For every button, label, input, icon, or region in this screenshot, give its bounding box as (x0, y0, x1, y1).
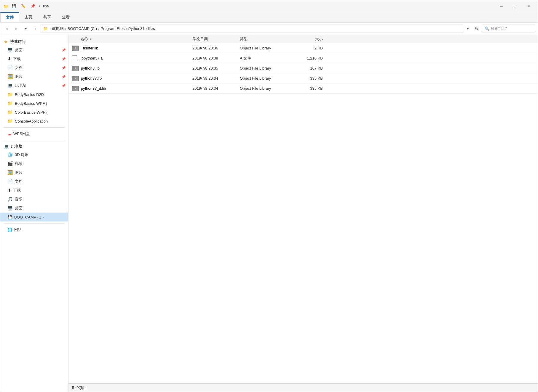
file-list: ≡ _tkinter.lib 2019/7/8 20:36 Object Fil… (68, 43, 538, 383)
file-name-cell: ≡ python37.lib (68, 76, 190, 81)
desktop-icon: 🖥️ (7, 47, 13, 53)
folder-icon: 📁 (7, 92, 13, 97)
lib-file-icon: ≡ (72, 46, 79, 51)
col-header-name[interactable]: 名称 ▲ (68, 36, 190, 42)
file-name: _tkinter.lib (81, 46, 98, 50)
item-count: 5 个项目 (72, 385, 87, 391)
sidebar-item-downloads[interactable]: ⬇ 下载 📌 (0, 54, 68, 63)
path-libs[interactable]: libs (148, 26, 155, 31)
tab-home[interactable]: 主页 (19, 12, 38, 22)
pc-icon: 💻 (7, 83, 13, 88)
tab-view[interactable]: 查看 (57, 12, 75, 22)
file-list-header: 名称 ▲ 修改日期 类型 大小 (68, 35, 538, 43)
path-program-files[interactable]: Program Files (100, 26, 124, 31)
sidebar-item-bodybasics-d2d[interactable]: 📁 BodyBasics-D2D (0, 90, 68, 99)
back-button[interactable]: ◀ (3, 25, 11, 33)
file-size-cell: 167 KB (297, 66, 326, 70)
address-bar: ◀ ▶ ▾ ↑ 📁 › 此电脑 › BOOTCAMP (C:) › Progra… (0, 23, 538, 35)
file-name: python37.lib (81, 76, 102, 81)
sidebar-item-desktop-pc[interactable]: 🖥️ 桌面 (0, 204, 68, 213)
music-icon: 🎵 (7, 197, 13, 202)
sidebar-item-documents-pc[interactable]: 📄 文档 (0, 177, 68, 186)
tab-share[interactable]: 共享 (38, 12, 57, 22)
file-size-cell: 335 KB (297, 76, 326, 81)
sidebar-item-bodybasics-wpf[interactable]: 📁 BodyBasics-WPF ( (0, 99, 68, 108)
file-date-cell: 2019/7/8 20:35 (190, 66, 237, 70)
table-row[interactable]: ≡ python37.lib 2019/7/8 20:34 Object Fil… (68, 73, 538, 83)
col-header-date[interactable]: 修改日期 (190, 36, 237, 42)
wps-icon: ☁ (7, 131, 12, 136)
pin-icon: 📌 (62, 75, 66, 79)
table-row[interactable]: libpython37.a 2019/7/8 20:38 A 文件 1,210 … (68, 53, 538, 63)
lib-file-icon: ≡ (72, 66, 79, 71)
file-date-cell: 2019/7/8 20:36 (190, 46, 237, 50)
window-title: libs (43, 4, 494, 8)
table-row[interactable]: ≡ python3.lib 2019/7/8 20:35 Object File… (68, 63, 538, 73)
sidebar-item-documents[interactable]: 📄 文档 📌 (0, 63, 68, 72)
sort-arrow: ▲ (89, 37, 92, 41)
path-bootcamp[interactable]: BOOTCAMP (C:) (68, 26, 97, 31)
sidebar-item-pictures-pc[interactable]: 🖼️ 图片 (0, 168, 68, 177)
sidebar-item-colorbasics-wpf[interactable]: 📁 ColorBasics-WPF ( (0, 108, 68, 117)
file-date-cell: 2019/7/8 20:34 (190, 86, 237, 91)
table-row[interactable]: ≡ python37_d.lib 2019/7/8 20:34 Object F… (68, 83, 538, 94)
path-python37[interactable]: Python37 (128, 26, 145, 31)
table-row[interactable]: ≡ _tkinter.lib 2019/7/8 20:36 Object Fil… (68, 43, 538, 53)
forward-button[interactable]: ▶ (12, 25, 20, 33)
divider-3 (4, 223, 65, 224)
quick-pin-btn[interactable]: 📌 (29, 2, 37, 10)
lib-file-icon: ≡ (72, 76, 79, 81)
quick-save-btn[interactable]: 💾 (10, 2, 18, 10)
col-header-size[interactable]: 大小 (297, 36, 326, 42)
sidebar-item-3d[interactable]: 🧊 3D 对象 (0, 150, 68, 159)
up-button[interactable]: ↑ (31, 25, 39, 33)
recent-button[interactable]: ▾ (22, 25, 30, 33)
sidebar-item-wps[interactable]: ☁ WPS网盘 (0, 129, 68, 138)
pin-icon: 📌 (62, 48, 66, 52)
maximize-button[interactable]: □ (508, 0, 522, 12)
lib-file-icon: ≡ (72, 86, 79, 91)
main-layout: ★ 快速访问 🖥️ 桌面 📌 ⬇ 下载 📌 📄 文档 📌 🖼️ 图片 (0, 35, 538, 392)
3d-icon: 🧊 (7, 152, 13, 158)
sidebar-item-consoleapp[interactable]: 📁 ConsoleApplication (0, 117, 68, 126)
title-bar: 📁 💾 ✏️ 📌 ▾ libs ─ □ ✕ (0, 0, 538, 12)
file-date-cell: 2019/7/8 20:34 (190, 76, 237, 81)
file-type-cell: Object File Library (237, 76, 297, 81)
close-button[interactable]: ✕ (522, 0, 535, 12)
refresh-button[interactable]: ↻ (472, 25, 481, 33)
col-header-type[interactable]: 类型 (237, 36, 297, 42)
ribbon-tabs: 文件 主页 共享 查看 (0, 12, 538, 22)
ribbon: 文件 主页 共享 查看 (0, 12, 538, 23)
tab-file[interactable]: 文件 (0, 12, 19, 22)
quick-edit-btn[interactable]: ✏️ (19, 2, 28, 10)
desktop-pc-icon: 🖥️ (7, 205, 13, 211)
sidebar-item-downloads-pc[interactable]: ⬇ 下载 (0, 186, 68, 195)
documents-pc-icon: 📄 (7, 179, 13, 184)
sidebar-item-this-pc-qa[interactable]: 💻 此电脑 📌 (0, 81, 68, 90)
sidebar-item-pictures[interactable]: 🖼️ 图片 📌 (0, 72, 68, 81)
title-bar-icons: 📁 💾 ✏️ 📌 ▾ (3, 2, 41, 10)
star-icon: ★ (4, 39, 8, 44)
address-path[interactable]: 📁 › 此电脑 › BOOTCAMP (C:) › Program Files … (41, 25, 463, 33)
pin-icon: 📌 (62, 66, 66, 70)
window-controls: ─ □ ✕ (494, 0, 535, 12)
sidebar-item-video[interactable]: 🎬 视频 (0, 159, 68, 168)
search-box[interactable]: 🔍 搜索"libs" (482, 25, 535, 33)
file-name-cell: ≡ _tkinter.lib (68, 46, 190, 51)
minimize-button[interactable]: ─ (494, 0, 508, 12)
path-this-pc[interactable]: 此电脑 (52, 26, 64, 31)
file-size-cell: 1,210 KB (297, 56, 326, 60)
sidebar-item-desktop[interactable]: 🖥️ 桌面 📌 (0, 46, 68, 54)
address-dropdown-btn[interactable]: ▾ (464, 25, 471, 33)
file-size-cell: 335 KB (297, 86, 326, 91)
this-pc-header: 💻 此电脑 (0, 142, 68, 150)
sidebar-item-bootcamp[interactable]: 💾 BOOTCAMP (C:) (0, 213, 68, 221)
divider-2 (4, 140, 65, 140)
file-size-cell: 2 KB (297, 46, 326, 50)
file-name: libpython37.a (80, 56, 103, 60)
file-name-cell: ≡ python3.lib (68, 66, 190, 71)
sidebar-item-network[interactable]: 🌐 网络 (0, 225, 68, 234)
file-type-cell: Object File Library (237, 46, 297, 50)
sidebar-item-music[interactable]: 🎵 音乐 (0, 195, 68, 204)
file-name-cell: libpython37.a (68, 55, 190, 61)
